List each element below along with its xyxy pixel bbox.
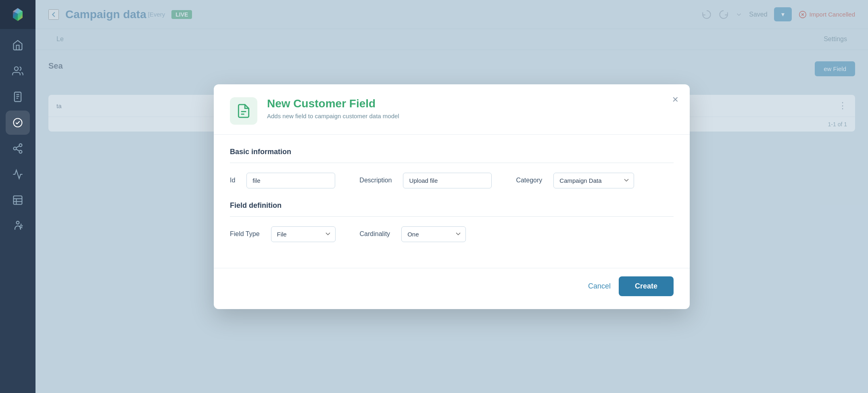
sidebar-item-settings-users[interactable] xyxy=(6,214,30,238)
cancel-button[interactable]: Cancel xyxy=(588,282,611,291)
sidebar-item-users[interactable] xyxy=(6,59,30,83)
modal-body: Basic information Id Description Categor… xyxy=(214,135,690,268)
svg-point-1 xyxy=(15,67,18,71)
field-definition-form-row: Field Type File Text Number Date Boolean… xyxy=(230,226,674,242)
sidebar-item-share[interactable] xyxy=(6,136,30,161)
sidebar-item-home[interactable] xyxy=(6,33,30,57)
settings-users-icon xyxy=(12,220,23,232)
tasks-icon xyxy=(12,91,23,102)
svg-point-7 xyxy=(19,144,22,146)
svg-point-8 xyxy=(14,147,17,150)
sidebar-navigation xyxy=(0,33,35,238)
field-type-select[interactable]: File Text Number Date Boolean xyxy=(271,226,336,242)
sidebar-item-tasks[interactable] xyxy=(6,85,30,109)
modal-overlay: New Customer Field Adds new field to cam… xyxy=(35,0,868,393)
svg-line-10 xyxy=(16,149,19,151)
section-divider-field xyxy=(230,216,674,217)
category-label: Category xyxy=(516,177,542,184)
svg-line-11 xyxy=(16,146,19,148)
svg-rect-2 xyxy=(15,92,21,101)
share-icon xyxy=(12,143,23,154)
table-icon xyxy=(12,194,23,206)
sidebar-item-analytics[interactable] xyxy=(6,162,30,186)
sidebar-item-campaigns[interactable] xyxy=(6,111,30,135)
modal-header: New Customer Field Adds new field to cam… xyxy=(214,84,690,135)
app-logo xyxy=(9,6,27,23)
home-icon xyxy=(12,40,23,51)
modal-title: New Customer Field xyxy=(267,97,399,110)
campaigns-icon xyxy=(12,117,23,128)
sidebar-item-data[interactable] xyxy=(6,188,30,212)
svg-rect-12 xyxy=(14,196,22,205)
sidebar xyxy=(0,0,35,393)
logo-container xyxy=(0,0,35,29)
users-icon xyxy=(12,65,23,77)
modal-title-group: New Customer Field Adds new field to cam… xyxy=(267,97,399,119)
modal-close-button[interactable]: × xyxy=(672,94,678,105)
category-select[interactable]: Campaign Data Custom xyxy=(553,173,634,188)
description-label: Description xyxy=(359,177,392,184)
new-customer-field-modal: New Customer Field Adds new field to cam… xyxy=(214,84,690,309)
modal-footer: Cancel Create xyxy=(214,268,690,309)
id-input[interactable] xyxy=(246,173,335,188)
main-content: Campaign data [Every LIVE Saved ▾ xyxy=(35,0,868,393)
modal-icon-container xyxy=(230,97,257,125)
modal-subtitle: Adds new field to campaign customer data… xyxy=(267,113,399,119)
description-input[interactable] xyxy=(403,173,492,188)
cardinality-select[interactable]: One Many xyxy=(401,226,466,242)
section-divider-basic xyxy=(230,163,674,163)
analytics-icon xyxy=(12,169,23,180)
field-definition-section-title: Field definition xyxy=(230,201,674,210)
svg-point-9 xyxy=(19,151,22,153)
cardinality-label: Cardinality xyxy=(360,230,390,238)
field-type-label: Field Type xyxy=(230,230,260,238)
create-button[interactable]: Create xyxy=(619,276,674,296)
file-document-icon xyxy=(236,103,251,119)
basic-info-section-title: Basic information xyxy=(230,148,674,156)
id-label: Id xyxy=(230,177,235,184)
basic-info-form-row: Id Description Category Campaign Data Cu… xyxy=(230,173,674,188)
